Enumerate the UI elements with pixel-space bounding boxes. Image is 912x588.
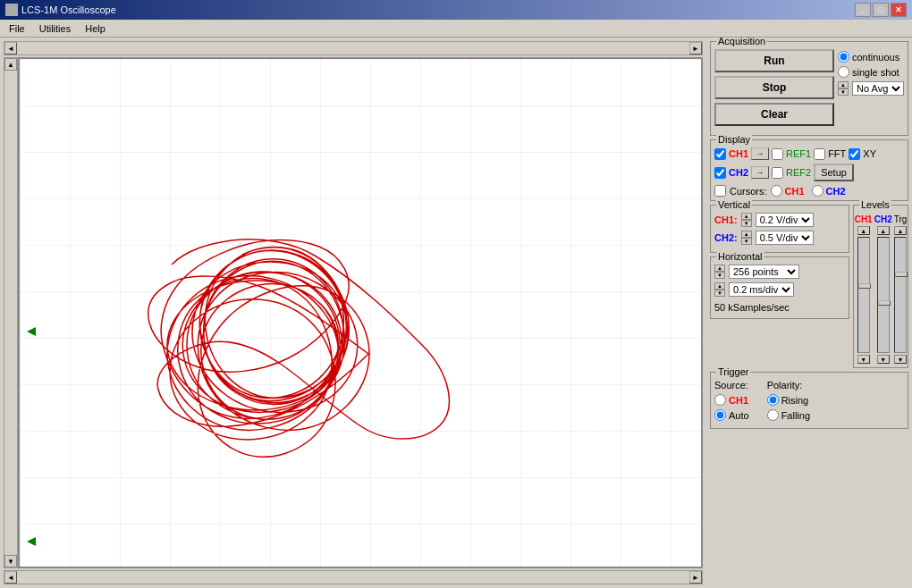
vertical-scrollbar[interactable]: ▲ ▼ (4, 57, 18, 568)
close-button[interactable]: ✕ (891, 3, 907, 17)
ch2-arrow-btn[interactable]: → (751, 166, 769, 179)
menu-file[interactable]: File (4, 22, 30, 35)
horizontal-scrollbar-bottom[interactable]: ◄ ► (4, 570, 703, 584)
trg-level-down[interactable]: ▼ (894, 355, 907, 364)
title-bar: LCS-1M Oscilloscope _ □ ✕ (0, 0, 912, 20)
trg-level-label: Trg (894, 214, 908, 224)
hscroll-bottom-left-btn[interactable]: ◄ (4, 571, 17, 584)
trg-level-track[interactable] (894, 237, 907, 353)
ch2-vert-row: CH2: ▲ ▼ 0.1 V/div 0.2 V/div 0.5 V/div 1… (714, 231, 845, 245)
timebase-row: ▲ ▼ 0.1 ms/div 0.2 ms/div 0.5 ms/div 1 m… (714, 282, 845, 297)
ch2-label: CH2 (729, 167, 748, 178)
horizontal-panel: Horizontal ▲ ▼ 64 points 128 points 256 … (710, 256, 849, 319)
ch1-label: CH1 (729, 148, 748, 159)
hscroll-bottom-right-btn[interactable]: ► (689, 571, 702, 584)
trg-level-up[interactable]: ▲ (894, 226, 907, 235)
minimize-button[interactable]: _ (855, 3, 871, 17)
timebase-select[interactable]: 0.1 ms/div 0.2 ms/div 0.5 ms/div 1 ms/di… (729, 282, 794, 297)
cursor-ch2-radio[interactable] (812, 185, 823, 197)
avg-row: ▲ ▼ No Avg 2 Avg 4 Avg 8 Avg 16 Avg (838, 81, 904, 96)
continuous-radio-row: continuous (838, 51, 904, 63)
ch1-arrow-btn[interactable]: → (751, 147, 769, 160)
menu-help[interactable]: Help (80, 22, 111, 35)
ref2-label: REF2 (786, 167, 811, 178)
ch1-vdiv-select[interactable]: 0.1 V/div 0.2 V/div 0.5 V/div 1 V/div 2 … (756, 213, 814, 227)
display-row-1: CH1 → REF1 FFT XY (714, 147, 904, 160)
ch2-level-down[interactable]: ▼ (877, 355, 890, 364)
levels-title: Levels (859, 199, 891, 210)
ch1-level-up[interactable]: ▲ (857, 226, 870, 235)
singleshot-radio-row: single shot (838, 66, 904, 78)
ch1-level-col: CH1 ▲ ▼ (855, 214, 873, 364)
rising-radio[interactable] (767, 394, 779, 406)
display-panel: Display CH1 → REF1 FFT XY CH2 → REF2 Set… (710, 139, 908, 201)
ch1-vert-label: CH1: (714, 214, 738, 225)
menu-bar: File Utilities Help (0, 20, 912, 38)
ch2-vert-label: CH2: (714, 232, 738, 243)
ch2-level-up[interactable]: ▲ (877, 226, 890, 235)
vscroll-down-btn[interactable]: ▼ (4, 555, 17, 567)
cursor-ch1-radio[interactable] (771, 185, 782, 197)
scope-area: ◄ ► ▲ ▼ (0, 38, 706, 588)
setup-button[interactable]: Setup (814, 164, 854, 181)
continuous-label: continuous (852, 52, 899, 63)
points-up[interactable]: ▲ (714, 265, 725, 272)
ch1-vdiv-down[interactable]: ▼ (741, 220, 752, 227)
continuous-radio[interactable] (838, 51, 849, 63)
ch1-level-thumb[interactable] (858, 283, 871, 289)
fft-checkbox[interactable] (814, 148, 825, 160)
horizontal-scrollbar-top[interactable]: ◄ ► (4, 41, 703, 55)
ch2-checkbox[interactable] (714, 167, 726, 179)
ref1-checkbox[interactable] (772, 148, 783, 160)
ch1-vert-row: CH1: ▲ ▼ 0.1 V/div 0.2 V/div 0.5 V/div 1… (714, 213, 845, 227)
xy-checkbox[interactable] (849, 148, 860, 160)
ch1-level-down[interactable]: ▼ (857, 355, 870, 364)
avg-up-btn[interactable]: ▲ (838, 81, 849, 88)
trigger-source-col: Source: CH1 Auto (714, 380, 749, 421)
auto-trig-radio[interactable] (714, 409, 726, 421)
scope-canvas (18, 57, 703, 568)
main-content: ◄ ► ▲ ▼ (0, 38, 912, 588)
clear-button[interactable]: Clear (714, 103, 834, 126)
timebase-down[interactable]: ▼ (714, 290, 725, 297)
ch2-vdiv-select[interactable]: 0.1 V/div 0.2 V/div 0.5 V/div 1 V/div 2 … (756, 231, 814, 245)
menu-utilities[interactable]: Utilities (34, 22, 76, 35)
falling-radio[interactable] (767, 409, 779, 421)
levels-panel: Levels CH1 ▲ ▼ CH2 ▲ (853, 205, 908, 368)
hscroll-left-btn[interactable]: ◄ (4, 42, 17, 55)
ch1-checkbox[interactable] (714, 148, 726, 160)
trigger-polarity-col: Polarity: Rising Falling (767, 380, 810, 421)
ch1-vdiv-up[interactable]: ▲ (741, 213, 752, 220)
ch2-vdiv-up[interactable]: ▲ (741, 231, 752, 238)
maximize-button[interactable]: □ (873, 3, 889, 17)
right-panel: Acquisition Run Stop Clear continuous si… (706, 38, 912, 588)
run-button[interactable]: Run (714, 49, 834, 72)
horizontal-title: Horizontal (716, 251, 764, 262)
singleshot-radio[interactable] (838, 66, 849, 78)
ch1-trig-radio[interactable] (714, 394, 726, 406)
points-select[interactable]: 64 points 128 points 256 points 512 poin… (729, 265, 799, 279)
points-row: ▲ ▼ 64 points 128 points 256 points 512 … (714, 265, 845, 279)
ch2-vdiv-down[interactable]: ▼ (741, 238, 752, 245)
falling-label: Falling (781, 410, 810, 421)
ch2-level-thumb[interactable] (878, 300, 891, 306)
app-icon (5, 4, 18, 16)
trigger-panel: Trigger Source: CH1 Auto Polarity: (710, 372, 908, 429)
trigger-row: Source: CH1 Auto Polarity: Rising (714, 380, 904, 421)
avg-down-btn[interactable]: ▼ (838, 88, 849, 96)
trig-ch1-label: CH1 (729, 395, 748, 406)
ch2-level-track[interactable] (877, 237, 890, 353)
vscroll-up-btn[interactable]: ▲ (4, 58, 17, 71)
cursor-ch1-label: CH1 (785, 186, 805, 197)
cursors-checkbox[interactable] (714, 185, 726, 197)
scope-container: ▲ ▼ (4, 57, 703, 568)
stop-button[interactable]: Stop (714, 76, 834, 99)
trg-level-thumb[interactable] (895, 272, 908, 277)
timebase-up[interactable]: ▲ (714, 282, 725, 290)
ref2-checkbox[interactable] (772, 167, 783, 179)
avg-select[interactable]: No Avg 2 Avg 4 Avg 8 Avg 16 Avg (852, 81, 904, 96)
ch1-level-track[interactable] (857, 237, 870, 353)
acquisition-panel: Acquisition Run Stop Clear continuous si… (710, 41, 908, 136)
hscroll-right-btn[interactable]: ► (689, 42, 702, 55)
points-down[interactable]: ▼ (714, 272, 725, 279)
